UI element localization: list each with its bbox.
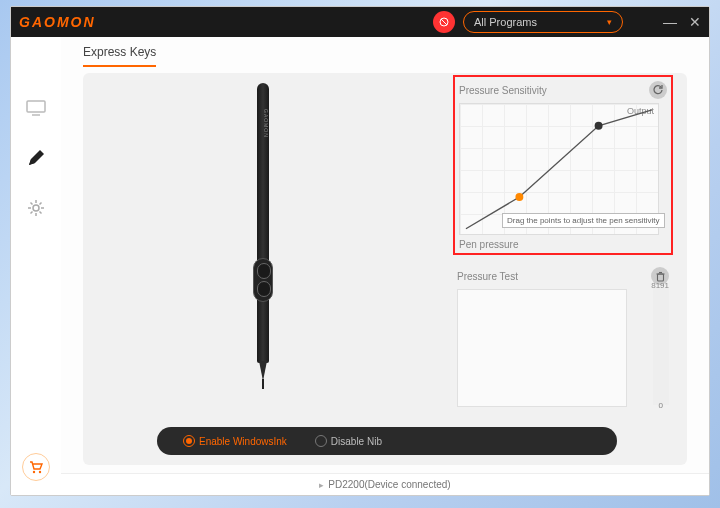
- pressure-scale-bar: [653, 287, 669, 405]
- pressure-sensitivity-panel: Pressure Sensitivity Output D: [453, 75, 673, 255]
- pen-side-buttons[interactable]: [253, 258, 273, 302]
- svg-line-1: [441, 19, 447, 25]
- option-enable-windows-ink-label: Enable WindowsInk: [199, 436, 287, 447]
- pressure-sensitivity-title: Pressure Sensitivity: [459, 85, 649, 96]
- radio-on-icon: [183, 435, 195, 447]
- pen-brand-label: GAOMON: [257, 103, 269, 143]
- main-area: Express Keys GAOMON Pressure Sensitivity: [61, 37, 709, 495]
- svg-point-4: [33, 205, 39, 211]
- svg-point-6: [39, 471, 41, 473]
- tab-bar: Express Keys: [61, 37, 709, 67]
- pressure-scale-max: 8191: [651, 281, 669, 290]
- sidebar: [11, 37, 61, 495]
- pressure-scale-min: 0: [659, 401, 663, 410]
- app-window: GAOMON All Programs ▾ — ✕: [10, 6, 710, 496]
- tab-express-keys[interactable]: Express Keys: [83, 45, 156, 67]
- pressure-test-title: Pressure Test: [457, 271, 651, 282]
- pressure-test-panel: Pressure Test 8191 0: [457, 267, 669, 407]
- option-disable-nib[interactable]: Disable Nib: [315, 435, 382, 447]
- program-selector-label: All Programs: [474, 16, 537, 28]
- svg-point-5: [33, 471, 35, 473]
- display-icon[interactable]: [25, 97, 47, 119]
- curve-handle-high[interactable]: [595, 122, 603, 130]
- close-button[interactable]: ✕: [689, 14, 701, 30]
- option-disable-nib-label: Disable Nib: [331, 436, 382, 447]
- pressure-curve-graph[interactable]: Output Drag the points to adjust the pen…: [459, 103, 659, 235]
- content-panel: GAOMON Pressure Sensitivity: [83, 73, 687, 465]
- settings-gear-icon[interactable]: [25, 197, 47, 219]
- pressure-test-canvas[interactable]: [457, 289, 627, 407]
- store-cart-icon[interactable]: [22, 453, 50, 481]
- options-bar: Enable WindowsInk Disable Nib: [157, 427, 617, 455]
- device-status-label: PD2200(Device connected): [328, 479, 450, 490]
- radio-off-icon: [315, 435, 327, 447]
- chevron-down-icon: ▾: [607, 17, 612, 27]
- svg-rect-2: [27, 101, 45, 112]
- reset-curve-button[interactable]: [649, 81, 667, 99]
- curve-hint-tooltip: Drag the points to adjust the pen sensit…: [502, 213, 665, 228]
- app-body: Express Keys GAOMON Pressure Sensitivity: [11, 37, 709, 495]
- pen-illustration: GAOMON: [243, 83, 283, 413]
- status-footer[interactable]: ▸ PD2200(Device connected): [61, 473, 709, 495]
- pen-pressure-axis-label: Pen pressure: [459, 239, 667, 250]
- chevron-right-icon: ▸: [319, 480, 324, 490]
- option-enable-windows-ink[interactable]: Enable WindowsInk: [183, 435, 287, 447]
- titlebar: GAOMON All Programs ▾ — ✕: [11, 7, 709, 37]
- minimize-button[interactable]: —: [663, 14, 677, 30]
- program-selector-dropdown[interactable]: All Programs ▾: [463, 11, 623, 33]
- svg-rect-7: [657, 274, 663, 281]
- brand-logo: GAOMON: [19, 14, 96, 30]
- curve-handle-low[interactable]: [515, 193, 523, 201]
- notification-badge-icon[interactable]: [433, 11, 455, 33]
- pen-icon[interactable]: [25, 147, 47, 169]
